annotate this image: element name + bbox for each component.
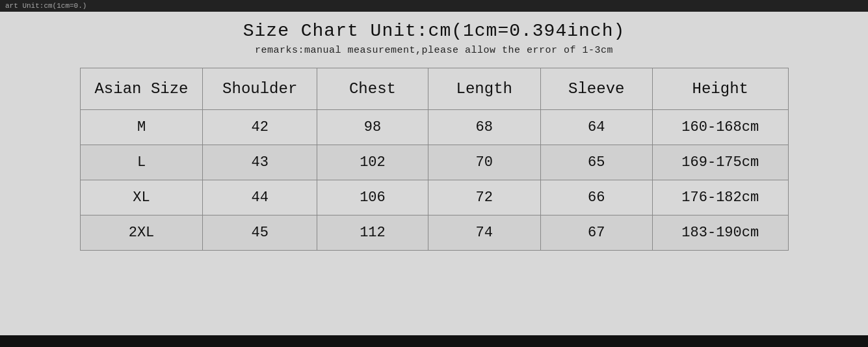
cell-length: 74: [428, 215, 541, 251]
cell-length: 68: [428, 110, 541, 145]
cell-sleeve: 67: [540, 215, 653, 251]
cell-asian-size: XL: [80, 180, 203, 215]
col-header-shoulder: Shoulder: [203, 68, 317, 110]
cell-shoulder: 43: [203, 145, 317, 180]
top-bar: art Unit:cm(1cm=0.): [0, 0, 868, 12]
col-header-height: Height: [653, 68, 788, 110]
cell-shoulder: 42: [203, 110, 317, 145]
cell-height: 176-182cm: [653, 180, 788, 215]
cell-sleeve: 64: [540, 110, 653, 145]
cell-sleeve: 65: [540, 145, 653, 180]
subtitle: remarks:manual measurement,please allow …: [255, 45, 613, 56]
cell-shoulder: 45: [203, 215, 317, 251]
table-row: M42986864160-168cm: [80, 110, 788, 145]
col-header-length: Length: [428, 68, 541, 110]
size-table: Asian Size Shoulder Chest Length Sleeve …: [80, 68, 789, 251]
cell-height: 183-190cm: [653, 215, 788, 251]
cell-length: 70: [428, 145, 541, 180]
col-header-chest: Chest: [317, 68, 428, 110]
top-bar-text: art Unit:cm(1cm=0.): [5, 2, 86, 10]
cell-chest: 112: [317, 215, 428, 251]
cell-asian-size: M: [80, 110, 203, 145]
table-body: M42986864160-168cmL431027065169-175cmXL4…: [80, 110, 788, 251]
cell-chest: 102: [317, 145, 428, 180]
cell-asian-size: L: [80, 145, 203, 180]
col-header-sleeve: Sleeve: [540, 68, 653, 110]
table-header-row: Asian Size Shoulder Chest Length Sleeve …: [80, 68, 788, 110]
cell-asian-size: 2XL: [80, 215, 203, 251]
main-title: Size Chart Unit:cm(1cm=0.394inch): [243, 21, 625, 41]
table-row: XL441067266176-182cm: [80, 180, 788, 215]
cell-length: 72: [428, 180, 541, 215]
content-area: Size Chart Unit:cm(1cm=0.394inch) remark…: [13, 21, 855, 251]
cell-chest: 98: [317, 110, 428, 145]
cell-height: 169-175cm: [653, 145, 788, 180]
bottom-bar: [0, 335, 868, 347]
table-row: L431027065169-175cm: [80, 145, 788, 180]
table-row: 2XL451127467183-190cm: [80, 215, 788, 251]
cell-chest: 106: [317, 180, 428, 215]
cell-height: 160-168cm: [653, 110, 788, 145]
cell-sleeve: 66: [540, 180, 653, 215]
page-container: art Unit:cm(1cm=0.) Size Chart Unit:cm(1…: [0, 0, 868, 347]
cell-shoulder: 44: [203, 180, 317, 215]
col-header-asian-size: Asian Size: [80, 68, 203, 110]
